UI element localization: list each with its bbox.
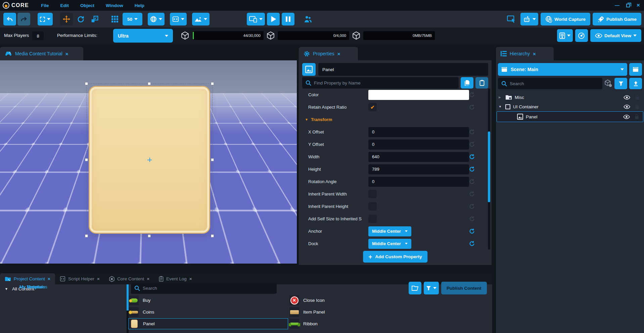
hierarchy-search-input[interactable]: Search: [498, 78, 602, 89]
resize-handle[interactable]: [211, 158, 214, 161]
preview-mode-dropdown[interactable]: [247, 13, 265, 25]
default-view-dropdown[interactable]: Default View: [590, 29, 641, 42]
close-icon[interactable]: ×: [533, 51, 536, 57]
minimize-icon[interactable]: —: [615, 3, 619, 8]
scale-tool-button[interactable]: [88, 13, 101, 25]
property-checkbox[interactable]: [368, 215, 377, 223]
reset-property-button[interactable]: [469, 216, 475, 222]
resize-handle[interactable]: [85, 158, 88, 161]
property-field[interactable]: 0: [368, 177, 469, 187]
menu-item[interactable]: Help: [135, 3, 144, 8]
property-checkbox[interactable]: [368, 190, 377, 198]
reset-property-button[interactable]: [469, 154, 475, 160]
resize-handle[interactable]: [211, 82, 214, 85]
lock-icon[interactable]: [635, 114, 639, 119]
close-icon[interactable]: ×: [97, 276, 100, 281]
reset-property-button[interactable]: [469, 228, 475, 234]
close-icon[interactable]: ×: [48, 276, 50, 281]
menu-item[interactable]: Window: [106, 3, 123, 8]
reset-property-button[interactable]: [469, 104, 475, 110]
multiplayer-preview-button[interactable]: [301, 13, 315, 25]
close-icon[interactable]: ×: [337, 51, 340, 57]
visibility-eye-icon[interactable]: [624, 95, 630, 100]
property-field[interactable]: 0: [368, 140, 469, 150]
color-swatch[interactable]: [368, 90, 469, 100]
menu-item[interactable]: Object: [80, 3, 94, 8]
property-search-input[interactable]: Find Property by Name: [302, 77, 459, 89]
performance-limits-dropdown[interactable]: Ultra: [113, 29, 173, 43]
hierarchy-row[interactable]: Misc: [497, 93, 643, 102]
close-icon[interactable]: ×: [147, 276, 149, 281]
performance-gauge-button[interactable]: [575, 29, 588, 42]
pause-button[interactable]: [282, 13, 294, 25]
move-tool-button[interactable]: [60, 13, 73, 25]
resize-handle[interactable]: [211, 234, 214, 237]
menu-item[interactable]: Edit: [60, 3, 69, 8]
property-dropdown[interactable]: Middle Center: [368, 226, 411, 236]
properties-scrollbar[interactable]: [488, 89, 490, 249]
copy-properties-button[interactable]: [461, 77, 473, 89]
object-name-field[interactable]: Panel: [318, 63, 488, 76]
resize-handle[interactable]: [148, 234, 151, 237]
screen-select-button[interactable]: [505, 13, 518, 25]
new-folder-button[interactable]: [409, 282, 421, 294]
publish-game-button[interactable]: Publish Game: [593, 13, 641, 25]
hierarchy-row[interactable]: UI Container: [497, 102, 643, 111]
tree-caret-icon[interactable]: [499, 105, 503, 108]
menu-item[interactable]: File: [41, 3, 49, 8]
scene-manager-button[interactable]: [629, 63, 642, 76]
visibility-eye-icon[interactable]: [624, 105, 630, 109]
reset-property-button[interactable]: [469, 241, 475, 246]
world-capture-button[interactable]: World Capture: [541, 13, 590, 25]
object-type-button[interactable]: [302, 63, 316, 76]
reset-property-button[interactable]: [469, 129, 475, 135]
content-filter-dropdown[interactable]: [424, 282, 439, 294]
reset-property-button[interactable]: [469, 204, 475, 209]
property-field[interactable]: 789: [368, 164, 469, 174]
tree-caret-icon[interactable]: ▼: [5, 287, 8, 291]
paste-properties-button[interactable]: [475, 77, 488, 89]
reset-property-button[interactable]: [469, 92, 475, 98]
script-view-dropdown[interactable]: [170, 13, 187, 25]
world-settings-dropdown[interactable]: [148, 13, 165, 25]
max-players-input[interactable]: 8: [32, 32, 44, 40]
rotate-tool-button[interactable]: [74, 13, 87, 25]
tab-properties[interactable]: Properties ×: [299, 47, 358, 60]
property-checkbox[interactable]: [368, 103, 377, 111]
hierarchy-row[interactable]: Panel: [497, 111, 643, 122]
hierarchy-filter-button[interactable]: [614, 78, 627, 89]
close-icon[interactable]: ×: [65, 51, 68, 57]
asset-row[interactable]: ✕ Panel: [128, 318, 288, 329]
tree-caret-icon[interactable]: [499, 96, 503, 99]
content-search-input[interactable]: Search: [131, 283, 277, 294]
property-checkbox[interactable]: [368, 202, 377, 211]
tab-media-content-tutorial[interactable]: Media Content Tutorial ×: [0, 47, 83, 60]
resize-handle[interactable]: [85, 82, 88, 85]
content-browser-tab[interactable]: Project Content ×: [0, 273, 55, 284]
content-browser-tab[interactable]: Script Helper ×: [55, 273, 104, 284]
reset-property-button[interactable]: [469, 191, 475, 197]
add-custom-property-button[interactable]: + Add Custom Property: [363, 251, 427, 263]
scene-dropdown[interactable]: Scene: Main: [498, 63, 627, 76]
play-button[interactable]: [267, 13, 280, 25]
close-icon[interactable]: ×: [189, 276, 192, 281]
close-icon[interactable]: ×: [637, 2, 640, 9]
section-caret-icon[interactable]: [299, 118, 308, 121]
tab-hierarchy[interactable]: Hierarchy ×: [496, 47, 554, 60]
reset-property-button[interactable]: [469, 142, 475, 147]
tree-item[interactable]: My Materials: [19, 284, 45, 289]
scrollbar-thumb[interactable]: [488, 131, 490, 202]
asset-row[interactable]: ✕ Buy: [128, 295, 288, 306]
bot-tools-dropdown[interactable]: [520, 13, 538, 25]
grid-snap-button[interactable]: [108, 13, 121, 25]
reset-property-button[interactable]: [469, 166, 475, 172]
redo-button[interactable]: [17, 13, 30, 25]
property-field[interactable]: 640: [368, 152, 469, 162]
reset-property-button[interactable]: [469, 179, 475, 184]
visibility-eye-icon[interactable]: [623, 115, 630, 119]
property-dropdown[interactable]: Middle Center: [368, 239, 411, 249]
scene-viewport[interactable]: Z X Y: [0, 60, 297, 264]
undo-button[interactable]: [3, 13, 16, 25]
restore-icon[interactable]: [626, 4, 630, 7]
publish-content-button[interactable]: Publish Content: [441, 282, 487, 294]
